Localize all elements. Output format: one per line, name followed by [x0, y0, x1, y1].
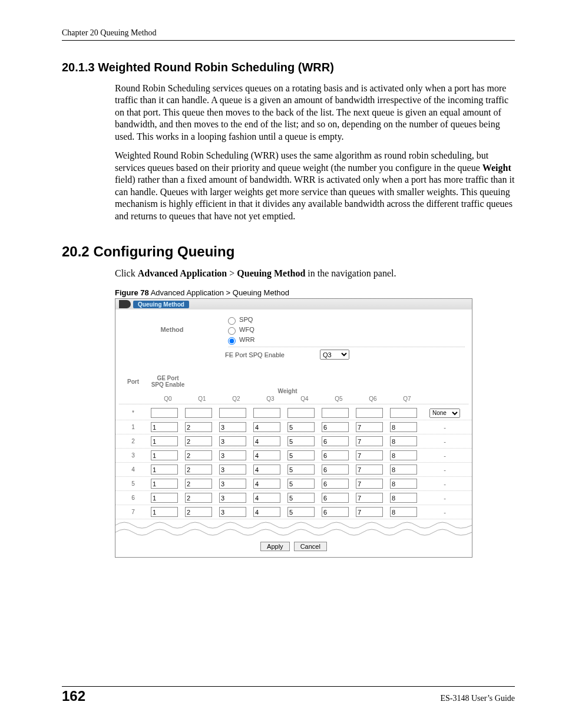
weight-input-q5[interactable] — [322, 408, 349, 418]
page-break-wave — [115, 519, 472, 529]
weight-input-q1[interactable] — [185, 493, 212, 503]
table-row: 7- — [115, 505, 472, 519]
weight-input-q0[interactable] — [151, 450, 178, 460]
para-rr: Round Robin Scheduling services queues o… — [115, 83, 515, 143]
heading-2013: 20.1.3 Weighted Round Robin Scheduling (… — [62, 61, 515, 74]
figure-label: Figure 78 — [115, 288, 149, 297]
weight-input-q4[interactable] — [287, 436, 315, 446]
weight-input-q1[interactable] — [185, 422, 212, 432]
port-cell: 7 — [115, 509, 151, 515]
weight-input-q6[interactable] — [356, 408, 383, 418]
port-cell: * — [115, 410, 151, 416]
weight-input-q5[interactable] — [322, 436, 349, 446]
tab-queuing-method[interactable]: Queuing Method — [133, 301, 189, 308]
weight-input-q5[interactable] — [322, 422, 349, 432]
gep-cell: - — [424, 509, 465, 516]
weight-input-q3[interactable] — [253, 450, 280, 460]
weight-input-q6[interactable] — [356, 493, 383, 503]
table-row: 6- — [115, 491, 472, 505]
weight-input-q1[interactable] — [185, 436, 212, 446]
weight-input-q4[interactable] — [287, 479, 315, 489]
weight-input-q7[interactable] — [390, 479, 417, 489]
gep-cell: None — [424, 409, 465, 418]
weight-input-q7[interactable] — [390, 493, 417, 503]
port-cell: 4 — [115, 466, 151, 473]
weight-input-q7[interactable] — [390, 422, 417, 432]
weight-input-q5[interactable] — [322, 479, 349, 489]
weight-input-q2[interactable] — [219, 465, 246, 475]
click-c: in the navigation panel. — [305, 268, 396, 278]
cancel-button[interactable]: Cancel — [294, 542, 327, 551]
weight-input-q0[interactable] — [151, 465, 178, 475]
weight-input-q2[interactable] — [219, 450, 246, 460]
weight-input-q0[interactable] — [151, 479, 178, 489]
weight-input-q5[interactable] — [322, 507, 349, 517]
weight-input-q3[interactable] — [253, 422, 280, 432]
col-q0: Q0 — [151, 396, 185, 402]
weight-input-q6[interactable] — [356, 479, 383, 489]
weight-input-q6[interactable] — [356, 465, 383, 475]
weight-input-q1[interactable] — [185, 507, 212, 517]
weight-input-q2[interactable] — [219, 422, 246, 432]
weight-input-q0[interactable] — [151, 493, 178, 503]
weight-input-q6[interactable] — [356, 450, 383, 460]
weight-input-q4[interactable] — [287, 408, 315, 418]
weight-input-q7[interactable] — [390, 436, 417, 446]
weight-input-q3[interactable] — [253, 507, 280, 517]
page-number: 162 — [62, 688, 85, 704]
weight-input-q4[interactable] — [287, 507, 315, 517]
radio-wrr[interactable] — [228, 337, 236, 345]
table-row: *None — [115, 406, 472, 420]
radio-wfq[interactable] — [228, 327, 236, 335]
weight-input-q3[interactable] — [253, 479, 280, 489]
weight-input-q7[interactable] — [390, 465, 417, 475]
click-a: Click — [115, 268, 138, 278]
weight-input-q7[interactable] — [390, 507, 417, 517]
page-break-wave-2 — [115, 529, 472, 538]
weight-input-q2[interactable] — [219, 507, 246, 517]
weight-input-q6[interactable] — [356, 436, 383, 446]
weight-input-q4[interactable] — [287, 450, 315, 460]
click-b1: Advanced Application — [138, 268, 227, 278]
weight-input-q2[interactable] — [219, 436, 246, 446]
port-cell: 3 — [115, 452, 151, 459]
weight-input-q3[interactable] — [253, 465, 280, 475]
fe-port-spq-select[interactable]: Q3 — [320, 350, 349, 360]
weight-input-q2[interactable] — [219, 479, 246, 489]
radio-spq[interactable] — [228, 317, 236, 325]
gep-cell: - — [424, 480, 465, 487]
weight-input-q0[interactable] — [151, 422, 178, 432]
weight-input-q3[interactable] — [253, 408, 280, 418]
weight-input-q1[interactable] — [185, 479, 212, 489]
weight-input-q6[interactable] — [356, 507, 383, 517]
weight-input-q4[interactable] — [287, 493, 315, 503]
weight-input-q1[interactable] — [185, 450, 212, 460]
gep-cell: - — [424, 452, 465, 459]
col-q2: Q2 — [219, 396, 253, 402]
gep-cell: - — [424, 466, 465, 473]
tab-cap-icon — [119, 300, 131, 308]
weight-input-q5[interactable] — [322, 465, 349, 475]
weight-input-q3[interactable] — [253, 493, 280, 503]
weight-input-q4[interactable] — [287, 422, 315, 432]
weight-input-q0[interactable] — [151, 408, 178, 418]
weight-input-q6[interactable] — [356, 422, 383, 432]
weight-input-q7[interactable] — [390, 408, 417, 418]
radio-wfq-label: WFQ — [239, 326, 254, 333]
weight-input-q2[interactable] — [219, 493, 246, 503]
method-label: Method — [119, 315, 225, 360]
weight-input-q0[interactable] — [151, 507, 178, 517]
weight-input-q3[interactable] — [253, 436, 280, 446]
weight-input-q0[interactable] — [151, 436, 178, 446]
weight-input-q4[interactable] — [287, 465, 315, 475]
table-row: 1- — [115, 420, 472, 434]
col-q1: Q1 — [185, 396, 219, 402]
gep-select[interactable]: None — [429, 409, 460, 418]
apply-button[interactable]: Apply — [260, 542, 290, 551]
weight-input-q1[interactable] — [185, 408, 212, 418]
weight-input-q2[interactable] — [219, 408, 246, 418]
weight-input-q5[interactable] — [322, 493, 349, 503]
weight-input-q5[interactable] — [322, 450, 349, 460]
weight-input-q7[interactable] — [390, 450, 417, 460]
weight-input-q1[interactable] — [185, 465, 212, 475]
